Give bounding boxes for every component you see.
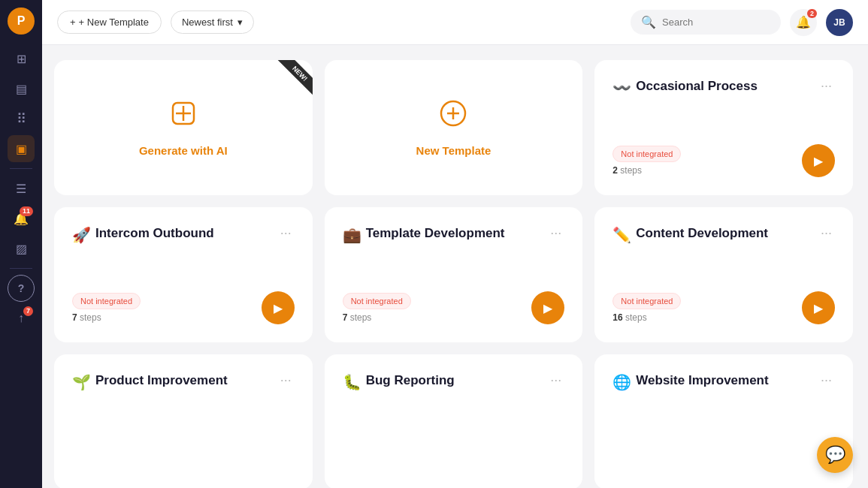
card-occasional-process[interactable]: 〰️ Occasional Process ··· Not integrated… bbox=[594, 60, 853, 195]
cards-grid: NEW! Generate with AI bbox=[54, 60, 853, 488]
sidebar-divider-1 bbox=[10, 168, 32, 169]
product-improvement-menu-button[interactable]: ··· bbox=[277, 372, 295, 388]
card-intercom-outbound-footer: Not integrated 7 steps ▶ bbox=[72, 279, 295, 324]
search-icon: 🔍 bbox=[641, 15, 656, 29]
bug-reporting-emoji: 🐛 bbox=[343, 372, 361, 392]
sidebar-item-help[interactable]: ? bbox=[8, 275, 35, 302]
card-new-template[interactable]: New Template bbox=[325, 60, 583, 195]
ai-icon bbox=[168, 98, 198, 135]
template-development-emoji: 💼 bbox=[343, 225, 361, 245]
dashboard-icon: ▤ bbox=[16, 82, 27, 96]
card-template-development-title: 💼 Template Development bbox=[343, 225, 548, 245]
card-website-improvement[interactable]: 🌐 Website Improvement ··· bbox=[594, 354, 853, 488]
card-website-improvement-title: 🌐 Website Improvement bbox=[612, 372, 818, 392]
card-occasional-process-title: 〰️ Occasional Process bbox=[612, 78, 818, 98]
steps-label: 16 steps bbox=[612, 312, 681, 323]
intercom-outbound-emoji: 🚀 bbox=[72, 225, 91, 245]
main-content: + + New Template Newest first ▾ 🔍 🔔 2 JB… bbox=[42, 0, 868, 488]
avatar[interactable]: JB bbox=[826, 9, 853, 36]
sidebar-item-presentation[interactable]: ▣ bbox=[8, 135, 35, 162]
notification-badge: 11 bbox=[20, 206, 33, 216]
card-product-improvement-header: 🌱 Product Improvement ··· bbox=[72, 372, 295, 392]
card-template-development-footer: Not integrated 7 steps ▶ bbox=[343, 279, 565, 324]
sort-button[interactable]: Newest first ▾ bbox=[171, 11, 254, 34]
play-button[interactable]: ▶ bbox=[531, 291, 564, 324]
help-icon: ? bbox=[18, 282, 25, 294]
card-occasional-process-header: 〰️ Occasional Process ··· bbox=[612, 78, 835, 98]
sidebar-logo[interactable]: P bbox=[8, 8, 35, 35]
ai-card-label: Generate with AI bbox=[139, 144, 228, 157]
steps-label: 7 steps bbox=[72, 312, 141, 323]
sidebar-item-grid[interactable]: ⊞ bbox=[8, 45, 35, 72]
sidebar-item-notifications[interactable]: 🔔 11 bbox=[8, 205, 35, 232]
new-badge: NEW! bbox=[271, 60, 313, 102]
intercom-outbound-menu-button[interactable]: ··· bbox=[277, 225, 295, 241]
monitor-icon: ▨ bbox=[16, 242, 27, 256]
template-development-menu-button[interactable]: ··· bbox=[547, 225, 564, 241]
new-tpl-icon bbox=[438, 98, 468, 135]
list-icon: ☰ bbox=[16, 182, 26, 196]
sidebar-item-apps[interactable]: ⠿ bbox=[8, 105, 35, 132]
website-improvement-emoji: 🌐 bbox=[612, 372, 631, 392]
presentation-icon: ▣ bbox=[16, 142, 27, 156]
chevron-down-icon: ▾ bbox=[237, 17, 243, 28]
sidebar-item-list[interactable]: ☰ bbox=[8, 175, 35, 202]
not-integrated-badge: Not integrated bbox=[612, 146, 681, 162]
card-template-development[interactable]: 💼 Template Development ··· Not integrate… bbox=[325, 207, 583, 342]
card-content-development-footer: Not integrated 16 steps ▶ bbox=[612, 279, 835, 324]
card-occasional-process-footer-left: Not integrated 2 steps bbox=[612, 146, 681, 176]
bug-reporting-menu-button[interactable]: ··· bbox=[547, 372, 564, 388]
content-development-menu-button[interactable]: ··· bbox=[818, 225, 835, 241]
new-tpl-card-label: New Template bbox=[416, 144, 491, 157]
steps-label: 7 steps bbox=[343, 312, 411, 323]
notification-count-badge: 2 bbox=[807, 9, 817, 18]
play-button[interactable]: ▶ bbox=[802, 144, 835, 177]
card-template-development-header: 💼 Template Development ··· bbox=[343, 225, 565, 245]
apps-icon: ⠿ bbox=[17, 110, 26, 127]
chat-icon: 💬 bbox=[825, 445, 845, 465]
occasional-process-emoji: 〰️ bbox=[612, 78, 631, 98]
website-improvement-menu-button[interactable]: ··· bbox=[818, 372, 835, 388]
search-box: 🔍 bbox=[631, 10, 781, 35]
new-template-button[interactable]: + + New Template bbox=[57, 11, 162, 34]
card-product-improvement-title: 🌱 Product Improvement bbox=[72, 372, 277, 392]
card-content-development-title: ✏️ Content Development bbox=[612, 225, 818, 245]
sidebar-divider-2 bbox=[10, 268, 32, 269]
notification-button[interactable]: 🔔 2 bbox=[790, 9, 817, 36]
card-generate-ai[interactable]: NEW! Generate with AI bbox=[54, 60, 313, 195]
play-button[interactable]: ▶ bbox=[802, 291, 835, 324]
search-input[interactable] bbox=[662, 17, 770, 28]
grid-icon: ⊞ bbox=[17, 52, 26, 66]
content-area: NEW! Generate with AI bbox=[42, 45, 868, 488]
not-integrated-badge: Not integrated bbox=[72, 293, 141, 309]
not-integrated-badge: Not integrated bbox=[612, 293, 681, 309]
card-intercom-outbound-header: 🚀 Intercom Outbound ··· bbox=[72, 225, 295, 245]
sidebar-item-monitor[interactable]: ▨ bbox=[8, 235, 35, 262]
card-website-improvement-header: 🌐 Website Improvement ··· bbox=[612, 372, 835, 392]
card-bug-reporting-header: 🐛 Bug Reporting ··· bbox=[343, 372, 565, 392]
content-development-emoji: ✏️ bbox=[612, 225, 631, 245]
share-badge: 7 bbox=[23, 306, 33, 316]
sidebar-item-share[interactable]: ↑ 7 bbox=[8, 305, 35, 332]
card-content-development[interactable]: ✏️ Content Development ··· Not integrate… bbox=[594, 207, 853, 342]
card-intercom-outbound[interactable]: 🚀 Intercom Outbound ··· Not integrated 7… bbox=[54, 207, 313, 342]
card-product-improvement[interactable]: 🌱 Product Improvement ··· bbox=[54, 354, 313, 488]
card-bug-reporting-title: 🐛 Bug Reporting bbox=[343, 372, 548, 392]
card-bug-reporting[interactable]: 🐛 Bug Reporting ··· bbox=[325, 354, 583, 488]
plus-icon: + bbox=[70, 17, 76, 28]
card-intercom-outbound-footer-left: Not integrated 7 steps bbox=[72, 293, 141, 323]
card-content-development-footer-left: Not integrated 16 steps bbox=[612, 293, 681, 323]
sidebar: P ⊞ ▤ ⠿ ▣ ☰ 🔔 11 ▨ ? ↑ 7 bbox=[0, 0, 42, 488]
not-integrated-badge: Not integrated bbox=[343, 293, 411, 309]
share-icon: ↑ bbox=[18, 312, 24, 325]
card-content-development-header: ✏️ Content Development ··· bbox=[612, 225, 835, 245]
play-button[interactable]: ▶ bbox=[262, 291, 295, 324]
card-occasional-process-footer: Not integrated 2 steps ▶ bbox=[612, 132, 835, 177]
product-improvement-emoji: 🌱 bbox=[72, 372, 91, 392]
topbar: + + New Template Newest first ▾ 🔍 🔔 2 JB bbox=[42, 0, 868, 45]
occasional-process-menu-button[interactable]: ··· bbox=[818, 78, 835, 94]
sidebar-item-dashboard[interactable]: ▤ bbox=[8, 75, 35, 102]
card-intercom-outbound-title: 🚀 Intercom Outbound bbox=[72, 225, 277, 245]
new-badge-label: NEW! bbox=[277, 60, 312, 96]
chat-button[interactable]: 💬 bbox=[817, 437, 853, 473]
